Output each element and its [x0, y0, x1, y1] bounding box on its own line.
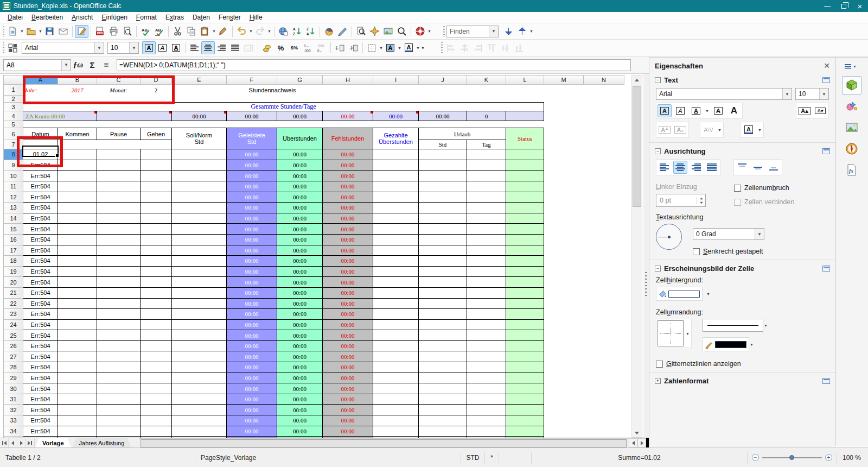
font-color-dropdown[interactable]: ▼: [416, 41, 420, 54]
cell-status[interactable]: [506, 203, 544, 213]
cell-status[interactable]: [506, 373, 544, 383]
collapse-text-section-icon[interactable]: −: [655, 77, 661, 83]
cell[interactable]: [419, 266, 467, 277]
cell-date[interactable]: Err:504: [23, 171, 58, 181]
rotation-degrees-select[interactable]: 0 Grad▼: [693, 228, 764, 240]
cell[interactable]: [544, 330, 584, 341]
cell[interactable]: [467, 192, 506, 203]
cell-ueberstunden[interactable]: 00:00: [277, 160, 323, 171]
header-urlaub-tag[interactable]: Tag: [467, 140, 506, 149]
cell[interactable]: [467, 277, 506, 288]
sidebar-align-right-button[interactable]: [689, 161, 703, 174]
cell[interactable]: [97, 362, 141, 373]
cell-fehlstunden[interactable]: 00:00: [323, 245, 373, 256]
left-indent-stepper[interactable]: 0 pt: [656, 194, 706, 207]
borders-button[interactable]: [365, 41, 379, 54]
cell[interactable]: [373, 256, 419, 267]
header-fehlstunden[interactable]: Fehlstunden: [323, 128, 373, 149]
cell[interactable]: [97, 181, 141, 192]
row-header[interactable]: 29: [4, 373, 23, 383]
text-rotation-dial[interactable]: [656, 224, 682, 250]
cell[interactable]: [58, 256, 97, 267]
sidebar-font-color-button[interactable]: A: [742, 123, 756, 136]
cell-monat-value[interactable]: 2: [141, 85, 172, 96]
close-button[interactable]: ×: [852, 0, 868, 12]
cell[interactable]: [58, 245, 97, 256]
cell-ueberstunden[interactable]: 00:00: [277, 373, 323, 383]
row-header[interactable]: 16: [4, 234, 23, 245]
cell[interactable]: [172, 309, 227, 320]
cell[interactable]: [58, 224, 97, 235]
cell-geleistete[interactable]: 00:00: [227, 181, 277, 192]
cell[interactable]: [97, 340, 141, 351]
cell-fehlstunden[interactable]: 00:00: [323, 213, 373, 224]
cell[interactable]: [544, 373, 584, 383]
cell-za-konto[interactable]: ZA Konto: 00:00: [23, 111, 97, 121]
column-header-l[interactable]: L: [506, 75, 544, 85]
row-header[interactable]: 24: [4, 319, 23, 330]
menu-item-bearbeiten[interactable]: Bearbeiten: [27, 12, 67, 22]
cell[interactable]: [172, 160, 227, 171]
align-bottom-button[interactable]: [767, 161, 781, 174]
collapse-cell-appearance-icon[interactable]: −: [655, 266, 661, 272]
cell-date[interactable]: Err:504: [23, 405, 58, 415]
insert-chart-button[interactable]: [322, 25, 336, 38]
cell[interactable]: [419, 181, 467, 192]
cell-date[interactable]: Err:504: [23, 351, 58, 362]
header-urlaub-std[interactable]: Std: [419, 140, 467, 149]
cell-date[interactable]: Err:504: [23, 394, 58, 405]
cell-status[interactable]: [506, 394, 544, 405]
cell[interactable]: [544, 234, 584, 245]
menu-item-daten[interactable]: Daten: [188, 12, 214, 22]
cell[interactable]: [467, 256, 506, 267]
row-header[interactable]: 8: [4, 149, 23, 160]
column-header-m[interactable]: M: [544, 75, 584, 85]
cell[interactable]: [97, 203, 141, 213]
cell[interactable]: [141, 426, 172, 437]
cell-ueberstunden[interactable]: 00:00: [277, 149, 323, 160]
toolbar-overflow[interactable]: ▼: [427, 25, 432, 38]
cell[interactable]: [58, 298, 97, 309]
cell[interactable]: [419, 394, 467, 405]
cell-status[interactable]: [506, 309, 544, 320]
paste-button[interactable]: [198, 25, 212, 38]
header-geleistete[interactable]: GeleisteteStd: [227, 128, 277, 149]
cell[interactable]: [141, 394, 172, 405]
row-header[interactable]: 10: [4, 171, 23, 181]
sidebar-character-dialog-button[interactable]: A: [727, 104, 741, 117]
cell[interactable]: [172, 234, 227, 245]
row-header[interactable]: 23: [4, 309, 23, 320]
cell-status[interactable]: [506, 149, 544, 160]
cell[interactable]: [141, 330, 172, 341]
header-status[interactable]: Status: [506, 128, 544, 149]
cell[interactable]: [97, 266, 141, 277]
spreadsheet-grid[interactable]: ABCDEFGHIJKLMN 1 Jahr: 2017 Monat: 2 Stu…: [3, 75, 626, 438]
cell[interactable]: [141, 351, 172, 362]
cell-ueberstunden[interactable]: 00:00: [277, 309, 323, 320]
cell[interactable]: [141, 224, 172, 235]
cell-fehlstunden[interactable]: 00:00: [323, 192, 373, 203]
cut-button[interactable]: [171, 25, 184, 38]
cell-geleistete[interactable]: 00:00: [227, 383, 277, 394]
cell[interactable]: [141, 415, 172, 426]
cell-fehlstunden[interactable]: 00:00: [323, 224, 373, 235]
cell[interactable]: [58, 340, 97, 351]
cell[interactable]: [373, 203, 419, 213]
cell[interactable]: [373, 330, 419, 341]
cell-geleistete[interactable]: 00:00: [227, 340, 277, 351]
cell[interactable]: [419, 383, 467, 394]
header-gezahlte[interactable]: GezahlteÜberstunden: [373, 128, 419, 149]
cell-monat-label[interactable]: Monat:: [97, 85, 141, 96]
row-header[interactable]: 28: [4, 362, 23, 373]
email-button[interactable]: [56, 25, 70, 38]
cell[interactable]: [467, 287, 506, 298]
cell-background-color-button[interactable]: [656, 287, 703, 301]
cell[interactable]: [584, 340, 624, 351]
cell[interactable]: [172, 149, 227, 160]
cell[interactable]: [419, 298, 467, 309]
cell[interactable]: [584, 362, 624, 373]
character-spacing-dropdown[interactable]: ▼: [717, 123, 722, 136]
cell-date[interactable]: Err:504: [23, 256, 58, 267]
cell[interactable]: [419, 160, 467, 171]
cell-ueberstunden[interactable]: 00:00: [277, 245, 323, 256]
